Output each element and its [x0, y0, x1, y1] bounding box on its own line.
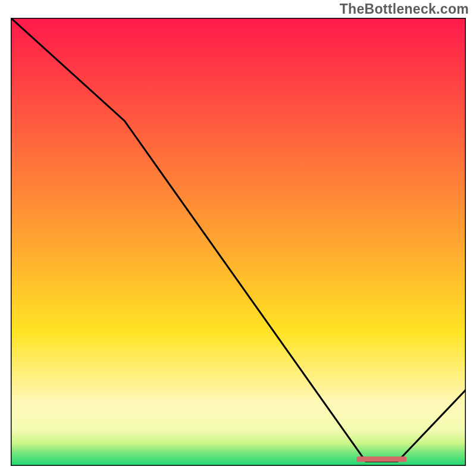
chart-stage: TheBottleneck.com — [0, 0, 476, 476]
chart-svg — [11, 18, 466, 466]
plot-background — [11, 18, 466, 466]
marker-segment — [356, 456, 406, 462]
chart-plot — [11, 18, 466, 466]
watermark-text: TheBottleneck.com — [340, 1, 469, 17]
